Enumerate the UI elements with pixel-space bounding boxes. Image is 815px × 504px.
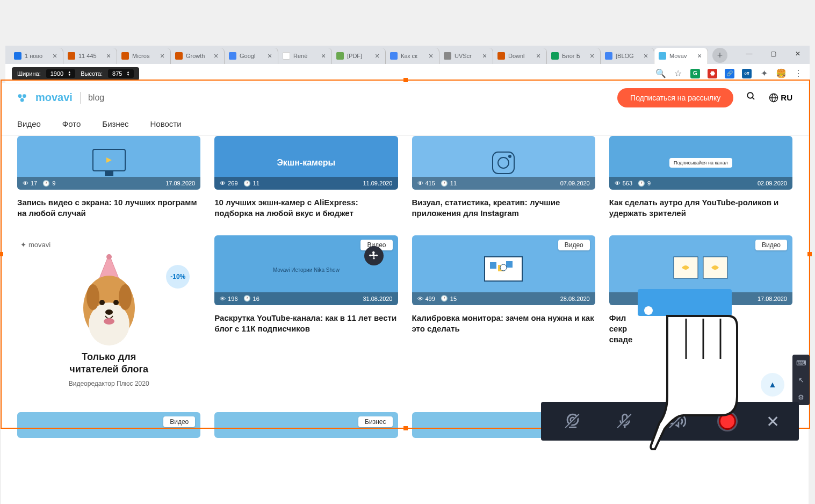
article-card[interactable]: Экшн-камеры 👁 269🕐 1111.09.2020 10 лучши… xyxy=(214,136,398,219)
tab-12-active[interactable]: Movav× xyxy=(654,48,708,64)
card-thumbnail: Бизнес xyxy=(214,412,398,438)
webcam-toggle-button[interactable] xyxy=(561,409,585,433)
tab-1[interactable]: 11 445× xyxy=(63,48,117,64)
close-icon[interactable]: × xyxy=(266,52,273,60)
card-title: Запись видео с экрана: 10 лучших програм… xyxy=(17,197,200,219)
keyboard-overlay-button[interactable]: ⌨ xyxy=(792,355,810,371)
extension-adblock-icon[interactable]: ⬣ xyxy=(708,69,717,78)
subscribe-button[interactable]: Подписаться на рассылку xyxy=(617,88,733,107)
close-icon[interactable]: × xyxy=(158,52,166,60)
extension-blue-icon[interactable]: 🔗 xyxy=(725,69,734,78)
capture-size-indicator: Ширина: 1900▲▼ Высота: 875▲▼ xyxy=(12,67,139,80)
chrome-menu-icon[interactable]: ⋮ xyxy=(794,69,803,78)
svg-marker-9 xyxy=(106,157,112,163)
close-recorder-button[interactable]: ✕ xyxy=(766,412,780,431)
tab-4[interactable]: Googl× xyxy=(225,48,278,64)
tab-2[interactable]: Micros× xyxy=(117,48,171,64)
height-stepper[interactable]: 875▲▼ xyxy=(108,69,134,78)
logo-subtitle: blog xyxy=(88,93,104,103)
logo[interactable]: movavi blog xyxy=(17,91,104,104)
svg-rect-27 xyxy=(506,261,513,268)
tab-7[interactable]: Как ск× xyxy=(386,48,439,64)
nav-business[interactable]: Бизнес xyxy=(102,119,128,128)
svg-point-15 xyxy=(106,254,112,260)
tab-11[interactable]: [BLOG× xyxy=(601,48,654,64)
tab-9[interactable]: Downl× xyxy=(493,48,547,64)
height-value: 875 xyxy=(112,70,122,77)
thumb-label: Экшн-камеры xyxy=(277,158,335,168)
svg-line-4 xyxy=(753,97,755,99)
extension-burger-icon[interactable]: 🍔 xyxy=(776,69,786,78)
close-icon[interactable]: × xyxy=(642,52,650,60)
logo-text: movavi xyxy=(35,91,73,104)
tab-3[interactable]: Growth× xyxy=(171,48,225,64)
card-thumbnail: Подписывайся на канал 👁 563🕐 902.09.2020 xyxy=(609,136,792,190)
close-icon[interactable]: × xyxy=(588,52,596,60)
tab-8[interactable]: UVScr× xyxy=(439,48,493,64)
card-stats: 👁 196🕐 1631.08.2020 xyxy=(214,292,398,305)
movavi-logo-icon xyxy=(17,92,28,103)
close-icon[interactable]: × xyxy=(373,52,381,60)
close-icon[interactable]: × xyxy=(696,52,703,60)
maximize-button[interactable]: ▢ xyxy=(761,46,785,62)
hand-cursor-icon xyxy=(611,289,761,450)
svg-point-12 xyxy=(498,157,509,168)
zoom-icon[interactable]: 🔍 xyxy=(656,69,666,78)
new-tab-button[interactable]: + xyxy=(712,48,727,63)
promo-card[interactable]: ✦ movavi -10% xyxy=(17,235,200,393)
extension-off-icon[interactable]: off xyxy=(742,69,752,78)
close-window-button[interactable]: ✕ xyxy=(785,46,810,62)
nav-video[interactable]: Видео xyxy=(17,119,41,128)
card-thumbnail: Видео 👁 499🕐 1528.08.2020 xyxy=(412,235,595,305)
cursor-highlight-button[interactable]: ↖ xyxy=(792,372,810,388)
close-icon[interactable]: × xyxy=(320,52,327,60)
tab-5[interactable]: René× xyxy=(278,48,332,64)
site-header: movavi blog Подписаться на рассылку RU xyxy=(1,83,809,112)
article-card[interactable]: 👁 17🕐 917.09.2020 Запись видео с экрана:… xyxy=(17,136,200,219)
date-stat: 17.09.2020 xyxy=(165,180,195,186)
svg-point-19 xyxy=(119,284,132,310)
search-icon[interactable] xyxy=(746,91,756,104)
star-icon[interactable]: ☆ xyxy=(673,69,683,78)
article-card[interactable]: Бизнес xyxy=(214,412,398,438)
scroll-to-top-button[interactable]: ▲ xyxy=(761,373,784,397)
tab-0[interactable]: 1 ново× xyxy=(10,48,63,64)
tab-6[interactable]: [PDF]× xyxy=(332,48,386,64)
svg-point-2 xyxy=(20,98,24,102)
svg-point-18 xyxy=(86,284,99,310)
card-stats: 👁 499🕐 1528.08.2020 xyxy=(412,292,595,305)
tab-title: Блог Б xyxy=(562,53,585,59)
card-thumbnail: 👁 415🕐 1107.09.2020 xyxy=(412,136,595,190)
width-stepper[interactable]: 1900▲▼ xyxy=(46,69,75,78)
svg-point-35 xyxy=(644,306,653,315)
nav-news[interactable]: Новости xyxy=(150,119,182,128)
close-icon[interactable]: × xyxy=(427,52,435,60)
nav-photo[interactable]: Фото xyxy=(62,119,81,128)
height-label: Высота: xyxy=(81,70,103,77)
monitor-calibration-icon xyxy=(479,251,528,289)
browser-toolbar-icons: 🔍 ☆ G ⬣ 🔗 off ✦ 🍔 ⋮ xyxy=(656,69,803,78)
tab-title: [PDF] xyxy=(347,53,370,59)
minimize-button[interactable]: — xyxy=(737,46,761,62)
stepper-arrows-icon: ▲▼ xyxy=(126,71,129,76)
close-icon[interactable]: × xyxy=(105,52,112,60)
language-selector[interactable]: RU xyxy=(769,93,792,103)
article-card[interactable]: 👁 415🕐 1107.09.2020 Визуал, статистика, … xyxy=(412,136,595,219)
extensions-puzzle-icon[interactable]: ✦ xyxy=(759,69,769,78)
article-card[interactable]: Подписывайся на канал 👁 563🕐 902.09.2020… xyxy=(609,136,792,219)
card-title: Раскрутка YouTube-канала: как в 11 лет в… xyxy=(214,313,398,335)
article-card[interactable]: Видео 👁 499🕐 1528.08.2020 Калибровка мон… xyxy=(412,235,595,393)
close-icon[interactable]: × xyxy=(51,52,59,60)
close-icon[interactable]: × xyxy=(212,52,220,60)
toolbar-row: Ширина: 1900▲▼ Высота: 875▲▼ 🔍 ☆ G ⬣ 🔗 o… xyxy=(5,64,810,83)
article-card[interactable]: Видео xyxy=(17,412,200,438)
tab-title: René xyxy=(293,53,316,59)
close-icon[interactable]: × xyxy=(481,52,488,60)
tab-10[interactable]: Блог Б× xyxy=(547,48,601,64)
close-icon[interactable]: × xyxy=(535,52,542,60)
svg-point-13 xyxy=(508,155,511,158)
move-selection-handle[interactable] xyxy=(364,246,384,265)
extension-grammarly-icon[interactable]: G xyxy=(690,69,700,78)
lang-code: RU xyxy=(781,93,792,102)
svg-point-0 xyxy=(18,94,22,98)
